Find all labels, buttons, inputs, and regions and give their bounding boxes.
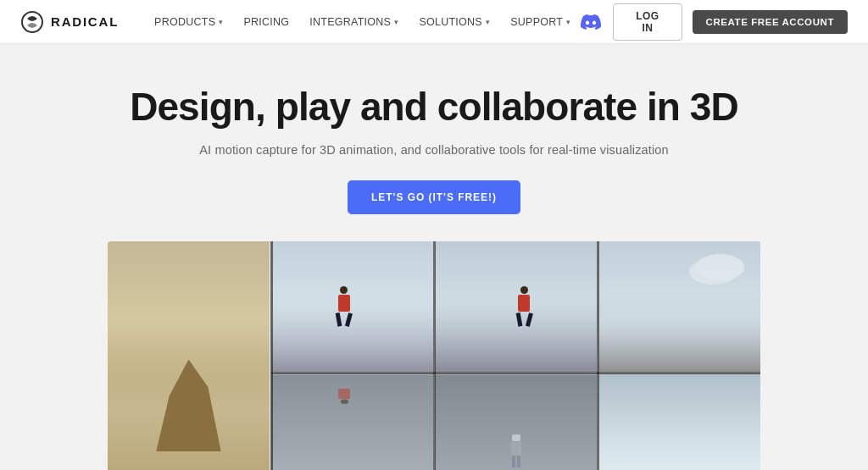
discord-icon[interactable] bbox=[579, 10, 603, 34]
person-leg-left-2 bbox=[515, 312, 522, 327]
nav-item-support[interactable]: SUPPORT ▾ bbox=[502, 11, 579, 33]
cell-bottom-center-2 bbox=[435, 373, 597, 470]
person-legs-2 bbox=[518, 312, 530, 326]
robot-figure bbox=[511, 434, 521, 467]
person-reflection-1 bbox=[338, 389, 350, 404]
nav-item-products[interactable]: PRODUCTS ▾ bbox=[146, 11, 231, 33]
nav-item-solutions[interactable]: SOLUTIONS ▾ bbox=[410, 11, 498, 33]
nav-item-integrations[interactable]: INTEGRATIONS ▾ bbox=[301, 11, 407, 33]
hero-title: Design, play and collaborate in 3D bbox=[17, 85, 851, 130]
refl-body-1 bbox=[338, 389, 350, 399]
chevron-down-icon-4: ▾ bbox=[566, 18, 570, 26]
nav-item-pricing[interactable]: PRICING bbox=[236, 11, 298, 33]
cell-desert bbox=[108, 241, 270, 470]
logo-link[interactable]: RADICAL bbox=[20, 10, 119, 34]
svg-point-0 bbox=[22, 12, 42, 32]
hero-image-container bbox=[17, 241, 851, 470]
person-leg-left-1 bbox=[336, 312, 342, 327]
cell-bottom-center-1 bbox=[271, 373, 433, 470]
navbar: RADICAL PRODUCTS ▾ PRICING INTEGRATIONS … bbox=[0, 0, 868, 44]
cell-top-center-1 bbox=[271, 241, 433, 372]
person-head-2 bbox=[520, 286, 528, 294]
nav-right: LOG IN CREATE FREE ACCOUNT bbox=[579, 3, 848, 41]
refl-head-1 bbox=[340, 400, 348, 404]
person-legs-1 bbox=[338, 312, 350, 326]
chevron-down-icon-2: ▾ bbox=[394, 18, 398, 26]
robot-body bbox=[511, 442, 521, 456]
hero-image-grid bbox=[108, 241, 760, 470]
chevron-down-icon-3: ▾ bbox=[486, 18, 490, 26]
person-figure-1 bbox=[338, 286, 350, 326]
radical-logo-icon bbox=[20, 10, 44, 34]
cell-top-center-2 bbox=[435, 241, 597, 372]
robot-leg-right bbox=[517, 456, 520, 467]
robot-head bbox=[512, 434, 520, 441]
person-leg-right-2 bbox=[525, 312, 532, 327]
person-body-1 bbox=[338, 295, 350, 312]
person-head-1 bbox=[340, 286, 348, 294]
create-account-button[interactable]: CREATE FREE ACCOUNT bbox=[693, 10, 848, 34]
brand-name: RADICAL bbox=[51, 14, 119, 29]
cell-bottom-right bbox=[598, 373, 760, 470]
login-button[interactable]: LOG IN bbox=[613, 3, 682, 41]
hero-section: Design, play and collaborate in 3D AI mo… bbox=[0, 44, 868, 470]
person-figure-2 bbox=[518, 286, 530, 326]
image-grid-bg bbox=[108, 241, 760, 470]
chevron-down-icon: ▾ bbox=[219, 18, 223, 26]
nav-links: PRODUCTS ▾ PRICING INTEGRATIONS ▾ SOLUTI… bbox=[146, 11, 579, 33]
person-body-2 bbox=[518, 295, 530, 312]
cta-button[interactable]: LET'S GO (IT'S FREE!) bbox=[348, 180, 520, 214]
person-leg-right-1 bbox=[345, 312, 353, 327]
robot-leg-left bbox=[512, 456, 515, 467]
robot-legs bbox=[512, 456, 520, 467]
hero-subtitle: AI motion capture for 3D animation, and … bbox=[17, 143, 851, 157]
cell-top-right bbox=[598, 241, 760, 372]
